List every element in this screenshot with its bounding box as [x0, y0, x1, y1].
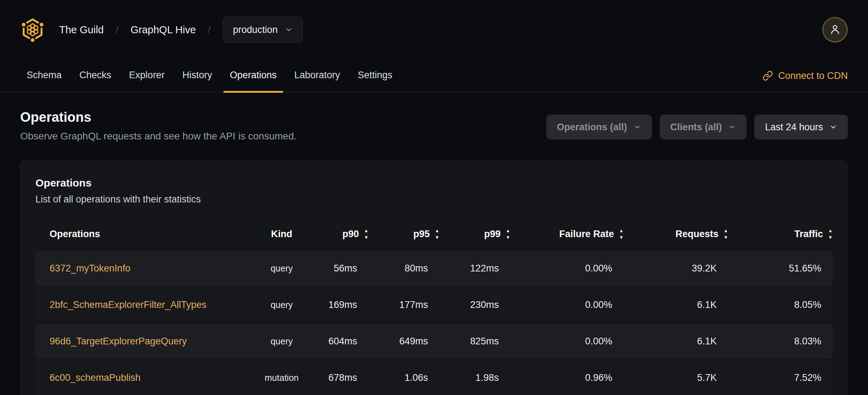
column-header-label: Requests: [676, 229, 719, 240]
connect-to-cdn-button[interactable]: Connect to CDN: [762, 59, 848, 92]
sort-arrows-icon: ▲▼: [723, 229, 728, 239]
breadcrumb-org-link[interactable]: The Guild: [59, 24, 104, 36]
operation-kind: query: [259, 336, 305, 347]
table-row: 2bfc_SchemaExplorerFilter_AllTypes query…: [35, 287, 833, 322]
environment-label: production: [233, 24, 278, 35]
nav-tabs: Schema Checks Explorer History Operation…: [20, 59, 399, 92]
chevron-down-icon: [633, 123, 641, 131]
target-nav: Schema Checks Explorer History Operation…: [0, 59, 868, 93]
table-header-row: Operations Kind p90 ▲▼ p95 ▲▼ p99 ▲▼ Fai…: [35, 217, 833, 251]
operation-requests: 6.1K: [624, 336, 728, 347]
operation-p99: 230ms: [439, 299, 510, 310]
operation-failure-rate: 0.00%: [510, 299, 624, 310]
chevron-down-icon: [728, 123, 736, 131]
page-header: Operations Observe GraphQL requests and …: [0, 93, 868, 142]
connect-to-cdn-label: Connect to CDN: [778, 70, 848, 81]
operation-requests: 5.7K: [624, 372, 728, 383]
period-filter-select[interactable]: Last 24 hours: [754, 115, 848, 139]
operation-p99: 122ms: [439, 263, 510, 274]
operation-link[interactable]: 96d6_TargetExplorerPageQuery: [35, 336, 259, 347]
operation-p90: 56ms: [305, 263, 368, 274]
column-header-label: p95: [413, 229, 430, 240]
operation-failure-rate: 0.00%: [510, 336, 624, 347]
chevron-down-icon: [285, 26, 293, 34]
operation-link[interactable]: 6372_myTokenInfo: [35, 263, 259, 274]
table-row: 6372_myTokenInfo query 56ms 80ms 122ms 0…: [35, 251, 833, 286]
filters: Operations (all) Clients (all) Last 24 h…: [546, 115, 848, 139]
operation-requests: 6.1K: [624, 299, 728, 310]
tab-settings[interactable]: Settings: [351, 59, 399, 93]
chevron-down-icon: [829, 123, 837, 131]
column-header-traffic[interactable]: Traffic ▲▼: [728, 229, 833, 240]
column-header-p99[interactable]: p99 ▲▼: [439, 229, 510, 240]
breadcrumb-separator: /: [116, 24, 119, 35]
column-header-label: Failure Rate: [559, 229, 614, 240]
operation-p95: 80ms: [368, 263, 439, 274]
operation-p90: 169ms: [305, 299, 368, 310]
operation-p99: 1.98s: [439, 372, 510, 383]
page-subtitle: Observe GraphQL requests and see how the…: [20, 131, 297, 142]
environment-select[interactable]: production: [223, 17, 303, 43]
card-title: Operations: [21, 177, 847, 189]
person-icon: [829, 23, 841, 36]
column-header-p90[interactable]: p90 ▲▼: [305, 229, 368, 240]
operation-failure-rate: 0.96%: [510, 372, 624, 383]
operation-traffic: 7.52%: [728, 372, 833, 383]
operation-p95: 177ms: [368, 299, 439, 310]
breadcrumb-separator: /: [208, 24, 211, 35]
column-header-label: p90: [343, 229, 359, 240]
top-bar: The Guild / GraphQL Hive / production: [0, 0, 868, 59]
operations-card: Operations List of all operations with t…: [20, 160, 848, 395]
column-header-requests[interactable]: Requests ▲▼: [624, 229, 728, 240]
column-header-label: p99: [484, 229, 501, 240]
clients-filter-label: Clients (all): [670, 122, 722, 133]
operations-filter-select[interactable]: Operations (all): [546, 115, 652, 139]
card-subtitle: List of all operations with their statis…: [21, 194, 847, 205]
sort-arrows-icon: ▲▼: [364, 229, 368, 239]
operations-table: Operations Kind p90 ▲▼ p95 ▲▼ p99 ▲▼ Fai…: [35, 217, 833, 395]
page-title: Operations: [20, 110, 297, 125]
operation-p95: 1.06s: [368, 372, 439, 383]
tab-explorer[interactable]: Explorer: [123, 59, 171, 93]
column-header-p95[interactable]: p95 ▲▼: [368, 229, 439, 240]
operation-p99: 825ms: [439, 336, 510, 347]
tab-history[interactable]: History: [176, 59, 219, 93]
operation-kind: query: [259, 300, 305, 310]
period-filter-label: Last 24 hours: [765, 122, 823, 133]
operation-p90: 678ms: [305, 372, 368, 383]
operation-traffic: 51.65%: [728, 263, 833, 274]
operation-traffic: 8.03%: [728, 336, 833, 347]
operation-p95: 649ms: [368, 336, 439, 347]
tab-schema[interactable]: Schema: [20, 59, 68, 93]
operations-filter-label: Operations (all): [557, 122, 627, 133]
user-avatar-button[interactable]: [822, 17, 848, 42]
column-header-label: Traffic: [794, 229, 823, 240]
tab-operations[interactable]: Operations: [224, 59, 283, 93]
operation-p90: 604ms: [305, 336, 368, 347]
operation-link[interactable]: 2bfc_SchemaExplorerFilter_AllTypes: [35, 299, 259, 310]
clients-filter-select[interactable]: Clients (all): [660, 115, 747, 139]
breadcrumb-project-link[interactable]: GraphQL Hive: [131, 24, 196, 36]
page-header-text: Operations Observe GraphQL requests and …: [20, 110, 297, 142]
tab-checks[interactable]: Checks: [73, 59, 118, 93]
sort-arrows-icon: ▲▼: [828, 229, 833, 239]
operation-failure-rate: 0.00%: [510, 263, 624, 274]
table-row: 96d6_TargetExplorerPageQuery query 604ms…: [35, 324, 833, 359]
hive-logo-icon[interactable]: [20, 17, 45, 42]
link-icon: [762, 70, 773, 81]
operation-traffic: 8.05%: [728, 299, 833, 310]
sort-arrows-icon: ▲▼: [435, 229, 439, 239]
column-header-operations: Operations: [35, 229, 259, 240]
tab-laboratory[interactable]: Laboratory: [288, 59, 346, 93]
operation-link[interactable]: 6c00_schemaPublish: [35, 372, 259, 383]
operation-kind: query: [259, 263, 305, 274]
column-header-failure-rate[interactable]: Failure Rate ▲▼: [510, 229, 624, 240]
table-row: 6c00_schemaPublish mutation 678ms 1.06s …: [35, 360, 833, 395]
sort-arrows-icon: ▲▼: [619, 229, 624, 239]
operation-requests: 39.2K: [624, 263, 728, 274]
sort-arrows-icon: ▲▼: [506, 229, 510, 239]
operation-kind: mutation: [259, 373, 305, 383]
column-header-kind: Kind: [259, 229, 305, 240]
breadcrumb: The Guild / GraphQL Hive / production: [59, 17, 303, 43]
